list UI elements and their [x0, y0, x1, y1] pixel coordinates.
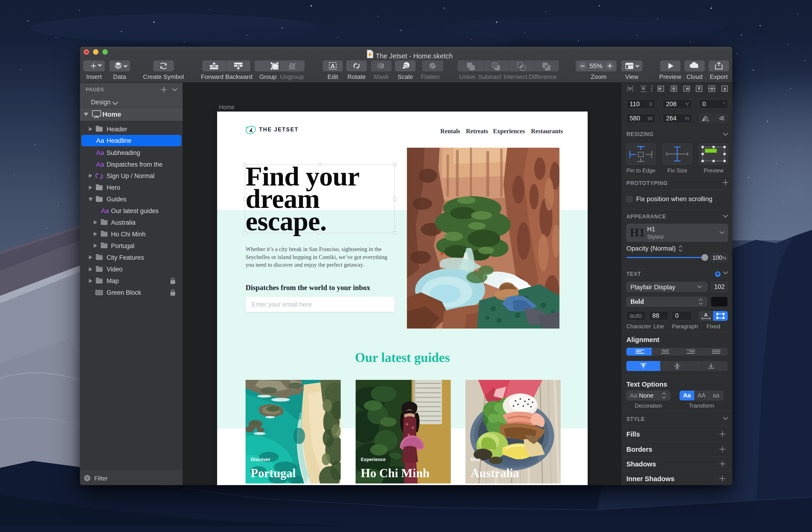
svg-text:A: A [704, 312, 708, 318]
svg-text:A: A [331, 63, 335, 70]
svg-text:55%: 55% [590, 62, 603, 70]
